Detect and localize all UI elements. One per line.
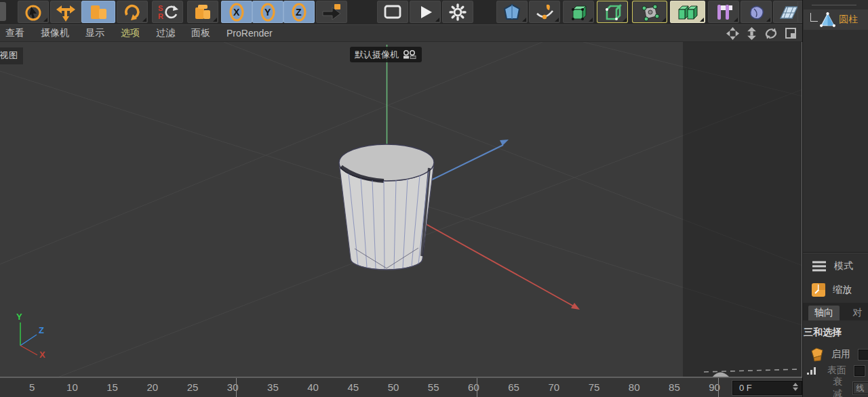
menu-panel[interactable]: 面板	[191, 27, 210, 39]
object-manager-row[interactable]: 圆柱	[804, 9, 868, 30]
x-axis-arrowhead	[571, 303, 580, 310]
timeline-ruler[interactable]: 0 F 051015202530354045505560657075808590	[0, 377, 802, 397]
lock-y-axis-button[interactable]: Y	[252, 1, 283, 23]
selection-blob-button[interactable]	[741, 1, 772, 23]
edge-mode-button[interactable]	[597, 1, 628, 23]
tool-label: 缩放	[833, 284, 852, 296]
menu-prorender[interactable]: ProRender	[226, 28, 273, 39]
tab-symmetry[interactable]: 对	[846, 306, 868, 320]
surface-checkbox[interactable]	[854, 366, 865, 376]
scale-tool-button[interactable]	[81, 1, 115, 23]
points-mode-button[interactable]	[563, 1, 594, 23]
lock-z-axis-button[interactable]: Z	[283, 1, 315, 23]
live-selection-button[interactable]	[18, 1, 49, 23]
rotate-view-icon[interactable]	[764, 27, 778, 40]
timeline-marker	[477, 378, 477, 397]
cone-object-icon	[819, 12, 836, 28]
timeline-tick: 40	[307, 381, 319, 393]
timeline-tick: 65	[508, 381, 519, 393]
move-tool-button[interactable]	[50, 1, 81, 23]
scale-tool-icon	[88, 3, 108, 22]
texture-mode-button[interactable]	[708, 1, 739, 23]
falloff-dropdown[interactable]: 线	[853, 382, 868, 394]
render-picture-viewer-button[interactable]	[410, 1, 441, 23]
hierarchy-line	[810, 13, 818, 22]
svg-text:S: S	[158, 4, 163, 12]
menu-camera[interactable]: 摄像机	[41, 27, 69, 39]
svg-text:Z: Z	[296, 7, 302, 18]
object-name[interactable]: 圆柱	[839, 14, 858, 26]
zoom-view-icon[interactable]	[746, 27, 757, 40]
make-editable-icon	[502, 3, 521, 22]
model-mode-icon	[676, 3, 699, 22]
menu-options[interactable]: 选项	[121, 27, 140, 39]
gizmo-y-label: Y	[16, 312, 22, 322]
active-tool-row: 缩放	[803, 279, 868, 301]
timeline-marker	[718, 378, 719, 397]
spline-pen-button[interactable]	[529, 1, 560, 23]
workplane-grid-icon	[778, 3, 800, 22]
panel-divider	[803, 252, 868, 253]
z-axis-arrowhead	[500, 140, 509, 146]
perspective-viewport[interactable]: 视图 默认摄像机 Y Z X	[0, 42, 802, 377]
timeline-tick: 85	[669, 381, 680, 393]
coordinate-cube-button[interactable]	[187, 1, 218, 23]
pan-view-icon[interactable]	[726, 27, 739, 40]
viewport-nav-controls	[726, 25, 797, 41]
scene-canvas	[0, 42, 802, 377]
right-panel: 圆柱 模式 缩放 轴向 对 三和选择	[802, 0, 868, 397]
timeline-tick: 10	[66, 381, 78, 393]
mode-menu-row[interactable]: 模式	[803, 256, 868, 276]
frame-stepper[interactable]	[793, 383, 798, 391]
texture-mode-icon	[713, 3, 734, 22]
enable-checkbox[interactable]	[859, 350, 868, 360]
enable-label: 启用	[831, 348, 850, 360]
sr-refresh-icon: S R	[156, 3, 179, 22]
timeline-marker	[236, 378, 237, 397]
svg-text:Y: Y	[264, 7, 271, 18]
last-tool-sr-button[interactable]: S R	[152, 1, 183, 23]
rotate-tool-button[interactable]	[117, 1, 148, 23]
falloff-row: 衰减 线	[803, 381, 868, 396]
menu-filter[interactable]: 过滤	[156, 27, 175, 39]
menu-display[interactable]: 显示	[85, 27, 104, 39]
make-editable-button[interactable]	[496, 1, 528, 23]
render-play-icon	[416, 4, 434, 20]
spline-pen-icon	[534, 3, 555, 22]
svg-text:R: R	[158, 12, 163, 20]
timeline-tick: 15	[106, 381, 118, 393]
scale-tool-small-icon	[811, 283, 826, 297]
hamburger-menu-icon[interactable]	[811, 260, 827, 272]
timeline-tick: 50	[388, 381, 399, 393]
render-view-button[interactable]	[377, 1, 408, 23]
cube-icon	[193, 3, 213, 22]
attribute-tabs: 轴向 对	[803, 303, 868, 320]
lock-x-axis-button[interactable]: X	[221, 1, 252, 23]
viewport-shade-overlay	[683, 42, 802, 377]
coordinate-system-button[interactable]	[316, 1, 347, 23]
polygon-mode-button[interactable]	[632, 1, 667, 23]
rotate-tool-icon	[123, 3, 142, 22]
surface-label: 表面	[827, 364, 846, 377]
application-window: S R X Y	[0, 0, 868, 397]
enable-row: 启用	[803, 346, 868, 363]
maximize-view-icon[interactable]	[785, 27, 797, 39]
timeline-tick: 35	[267, 381, 279, 393]
mode-label: 模式	[834, 260, 853, 272]
timeline-tick: 75	[589, 381, 600, 393]
gear-icon	[449, 3, 467, 21]
view-name-label: 视图	[0, 47, 23, 64]
current-frame-field[interactable]: 0 F	[732, 381, 802, 395]
tab-axis[interactable]: 轴向	[808, 306, 840, 320]
render-settings-button[interactable]	[442, 1, 473, 23]
falloff-label: 衰减	[833, 376, 848, 397]
menu-view[interactable]: 查看	[5, 27, 24, 39]
gizmo-z-label: Z	[39, 325, 44, 335]
camera-label-pill[interactable]: 默认摄像机	[350, 47, 422, 62]
cylinder-object[interactable]	[339, 144, 434, 270]
y-axis-icon: Y	[258, 2, 278, 22]
render-view-icon	[383, 4, 402, 20]
model-mode-button[interactable]	[670, 1, 705, 23]
live-selection-icon	[24, 3, 43, 22]
polygon-mode-icon	[639, 3, 660, 22]
